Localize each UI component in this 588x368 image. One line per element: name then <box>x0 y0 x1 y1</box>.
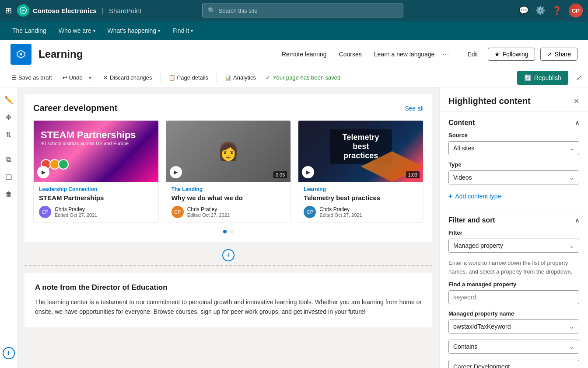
panel-header: Highlighted content ✕ <box>440 87 588 112</box>
note-section: A note from the Director of Education Th… <box>24 273 432 327</box>
chevron-down-icon[interactable]: ▾ <box>89 75 91 81</box>
video-thumbnail-telemetry: Telemetry best practices ▶ 1:03 <box>298 121 423 182</box>
more-nav-icon[interactable]: ··· <box>442 49 449 59</box>
chat-icon[interactable]: 💬 <box>519 6 528 15</box>
contains-select[interactable]: Contains <box>449 340 579 353</box>
share-icon: ↗ <box>547 51 552 58</box>
copy-tool-icon[interactable]: ⧉ <box>2 153 16 167</box>
save-icon: ☰ <box>11 74 17 81</box>
svg-point-2 <box>20 53 22 55</box>
managed-property-label: Find a managed property <box>448 281 579 288</box>
analytics-button[interactable]: 📊 Analytics <box>220 72 260 83</box>
page-details-button[interactable]: 📋 Page details <box>164 72 213 83</box>
nav-remote-learning[interactable]: Remote learning <box>277 48 331 60</box>
managed-property-name-group: Managed property name owstaxIdTaxKeyword <box>448 310 579 333</box>
managed-property-input[interactable] <box>448 290 579 304</box>
section-title: Career development <box>33 103 117 113</box>
edit-tool-icon[interactable]: ✏️ <box>2 93 16 107</box>
video-category: Learning <box>304 186 418 192</box>
managed-property-name-select[interactable]: owstaxIdTaxKeyword <box>449 320 579 333</box>
discard-button[interactable]: ✕ Discard changes <box>99 72 157 83</box>
brand-name: Contoso Electronics <box>33 7 97 14</box>
add-content-type-button[interactable]: + Add content type <box>448 191 501 202</box>
separator <box>4 147 14 147</box>
edit-button[interactable]: Edit <box>463 48 482 60</box>
nav-new-language[interactable]: Learn a new language <box>370 48 439 60</box>
collapse-filter-button[interactable]: ∧ <box>575 217 579 224</box>
arrange-tool-icon[interactable]: ⇅ <box>2 128 16 142</box>
source-field-group: Source All sites <box>448 132 579 155</box>
carousel-dot-1[interactable] <box>223 230 227 233</box>
video-card-steam[interactable]: STEAM Partnerships 40 school districts a… <box>33 120 159 223</box>
author-row: CP Chris Pratley Edited Oct 27, 2021 <box>172 206 286 218</box>
expand-button[interactable]: ⤢ <box>574 71 584 84</box>
page-title: Learning <box>38 48 83 60</box>
filter-select[interactable]: Managed property <box>449 239 579 252</box>
settings-icon[interactable]: ⚙️ <box>536 6 545 15</box>
filter-select-wrapper: Managed property <box>448 239 579 253</box>
section-separator <box>24 265 432 266</box>
chevron-down-icon: ▾ <box>191 28 193 33</box>
help-icon[interactable]: ❓ <box>552 6 562 15</box>
undo-button[interactable]: ↩ Undo <box>58 72 87 83</box>
carousel-dots <box>33 230 424 233</box>
top-navigation: ⊞ Contoso Electronics | SharePoint 🔍 💬 ⚙… <box>0 0 588 21</box>
managed-property-field-group: Find a managed property <box>448 281 579 304</box>
page-actions: Edit ★ Following ↗ Share <box>463 48 578 61</box>
nav-courses[interactable]: Courses <box>335 48 366 60</box>
nav-item-who-we-are[interactable]: Who we are ▾ <box>53 24 101 37</box>
type-select[interactable]: Videos <box>449 171 579 184</box>
career-development-section: Career development See all STEAM Partner… <box>24 94 432 242</box>
play-button[interactable]: ▶ <box>37 166 49 178</box>
analytics-icon: 📊 <box>224 74 231 81</box>
move-tool-icon[interactable]: ✥ <box>2 110 16 124</box>
play-button[interactable]: ▶ <box>170 166 182 178</box>
author-avatar: CP <box>304 206 316 218</box>
republish-button[interactable]: 🔄 Republish <box>517 71 568 85</box>
saved-indicator: ✓ Your page has been saved <box>266 74 340 81</box>
nav-item-find-it[interactable]: Find it ▾ <box>167 24 198 37</box>
video-category: Leadership Connection <box>39 186 153 192</box>
avatar[interactable]: CP <box>569 3 583 17</box>
carousel-dot-2[interactable] <box>230 230 234 233</box>
nav-item-whats-happening[interactable]: What's happening ▾ <box>102 24 166 37</box>
waffle-icon[interactable]: ⊞ <box>5 6 12 15</box>
following-button[interactable]: ★ Following <box>488 48 535 61</box>
author-info: Chris Pratley Edited Oct 27, 2021 <box>55 206 97 218</box>
close-panel-button[interactable]: ✕ <box>574 97 579 105</box>
video-card-landing[interactable]: 👩 ▶ 0:05 The Landing Why we do what we d… <box>166 120 291 223</box>
type-label: Type <box>448 161 579 168</box>
add-section-button[interactable]: + <box>222 249 234 261</box>
video-card-telemetry[interactable]: Telemetry best practices ▶ 1:03 Learning… <box>298 120 424 223</box>
play-button[interactable]: ▶ <box>302 166 314 178</box>
source-select-wrapper: All sites <box>448 141 579 155</box>
contains-wrapper: Contains <box>448 340 579 354</box>
note-text: The learning center is a testament to ou… <box>35 297 422 317</box>
brand-logo-group[interactable]: Contoso Electronics | SharePoint <box>17 4 141 17</box>
chevron-down-icon: ▾ <box>93 28 95 33</box>
author-row: CP Chris Pratley Edited Oct 27, 2021 <box>304 206 418 218</box>
source-select[interactable]: All sites <box>449 142 579 155</box>
search-bar[interactable]: 🔍 <box>202 3 403 17</box>
panel-title: Highlighted content <box>448 96 531 106</box>
page-header: Learning Remote learning Courses Learn a… <box>0 40 588 68</box>
managed-property-name-label: Managed property name <box>448 310 579 317</box>
filter-field-group: Filter Managed property <box>448 229 579 253</box>
duplicate-tool-icon[interactable]: ❑ <box>2 170 16 184</box>
add-section-button[interactable]: + <box>3 347 15 359</box>
managed-property-name-wrapper: owstaxIdTaxKeyword <box>448 319 579 333</box>
collapse-content-button[interactable]: ∧ <box>575 119 579 126</box>
brand-logo <box>17 4 29 17</box>
undo-icon: ↩ <box>63 74 67 81</box>
chevron-down-icon: ▾ <box>158 28 160 33</box>
delete-tool-icon[interactable]: 🗑 <box>2 187 16 201</box>
share-button[interactable]: ↗ Share <box>540 48 578 61</box>
separator <box>216 73 217 83</box>
nav-item-landing[interactable]: The Landing <box>7 24 52 37</box>
author-avatar: CP <box>39 206 51 218</box>
see-all-link[interactable]: See all <box>405 105 424 112</box>
content-section-label: Content ∧ <box>448 119 579 127</box>
filter-value-input[interactable] <box>448 360 579 368</box>
search-input[interactable] <box>219 7 398 14</box>
save-draft-button[interactable]: ☰ Save as draft <box>7 72 56 83</box>
